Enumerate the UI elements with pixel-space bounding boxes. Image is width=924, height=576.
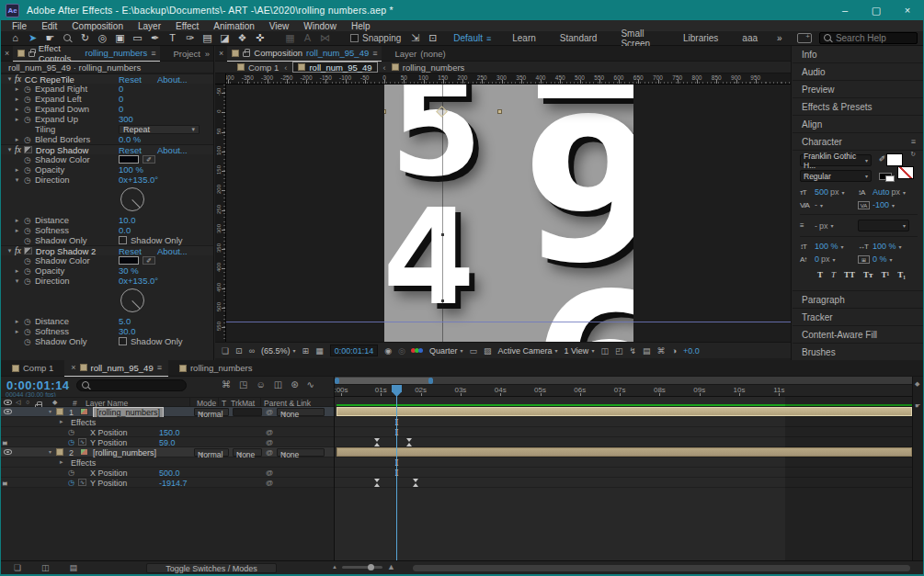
expand-transfer-controls-icon[interactable]: ◫ [41, 563, 50, 572]
parent-select[interactable]: None▾ [277, 448, 325, 457]
chevron-right-icon[interactable]: ▸ [13, 217, 21, 224]
chevron-right-icon[interactable]: ▸ [13, 318, 21, 325]
menu-view[interactable]: View [262, 21, 297, 31]
property-value[interactable]: 30 % [119, 265, 139, 276]
parent-pickwhip-icon[interactable]: @ [266, 448, 273, 457]
property-value[interactable]: 59.0 [159, 438, 176, 447]
graph-editor-icon[interactable]: ∿ [307, 379, 314, 390]
track-area[interactable]: IIII [335, 397, 912, 560]
stroke-color-swatch[interactable] [897, 166, 914, 179]
composition-viewport[interactable]: 69245 [226, 85, 791, 342]
stopwatch-icon[interactable]: ◷ [23, 135, 32, 144]
eraser-tool[interactable]: ◪ [216, 31, 234, 45]
close-button[interactable]: × [892, 0, 923, 20]
property-label[interactable]: X Position [90, 428, 128, 437]
brush-tool[interactable]: ✑ [181, 31, 199, 45]
effect-prop-expand-down[interactable]: ▸◷Expand Down0 [1, 104, 213, 114]
safe-margins-icon[interactable]: ▦ [315, 346, 324, 356]
effect-header-drop-shadow-2[interactable]: ▾fxDrop Shadow 2ResetAbout... [1, 245, 213, 255]
chevron-right-icon[interactable]: ▸ [13, 106, 21, 113]
primary-monitor-icon[interactable]: ⊡ [235, 346, 243, 356]
mode-select[interactable]: Normal▾ [194, 448, 229, 457]
stopwatch-icon[interactable]: ◷ [23, 337, 32, 346]
menu-file[interactable]: File [5, 21, 34, 31]
property-value[interactable]: 300 [119, 114, 133, 124]
effect-prop-softness[interactable]: ▸◷Softness0.0 [1, 225, 213, 235]
twirl-icon[interactable]: ▾ [49, 448, 51, 455]
effect-prop-shadow-only[interactable]: ▸◷Shadow OnlyShadow Only [1, 336, 213, 346]
grid-guides-icon[interactable]: ⊞ [302, 346, 310, 356]
effect-prop-distance[interactable]: ▸◷Distance5.0 [1, 316, 213, 326]
property-label[interactable]: X Position [90, 469, 128, 478]
chevron-down-icon[interactable]: ▾ [6, 75, 14, 83]
effect-prop-direction[interactable]: ▾◷Direction0x+135.0° [1, 276, 213, 286]
workspace-default[interactable]: Default [441, 33, 486, 43]
time-ruler[interactable]: :00s01s02s03s04s05s06s07s08s09s10s11s [335, 385, 912, 397]
snapping-scale-icon[interactable]: ⇲ [406, 31, 424, 45]
font-size-value[interactable]: 500px▾ [815, 187, 858, 197]
property-row-x-position[interactable]: ◷X Position150.0@ [1, 427, 334, 437]
pan-behind-tool[interactable]: ▣ [111, 31, 129, 45]
effect-header-drop-shadow[interactable]: ▾fxDrop ShadowResetAbout... [1, 144, 213, 154]
chevron-right-icon[interactable]: ▸ [13, 166, 21, 174]
manage-workspaces-icon[interactable] [797, 33, 812, 43]
horizontal-ruler[interactable]: -400-350-300-250-200-150-100-50050100150… [226, 73, 791, 85]
parent-pickwhip-icon[interactable]: @ [266, 408, 273, 416]
effect-prop-expand-left[interactable]: ▸◷Expand Left0 [1, 94, 213, 104]
angle-dial[interactable] [1, 185, 213, 215]
small-caps-button[interactable]: Tᴛ [863, 270, 873, 279]
layer-name[interactable]: [rolling_numbers] [93, 448, 156, 457]
effect-prop-shadow-only[interactable]: ▸◷Shadow OnlyShadow Only [1, 235, 213, 245]
property-pickwhip-icon[interactable]: @ [266, 428, 273, 436]
keyframe-icon[interactable] [374, 479, 381, 487]
eye-icon[interactable] [4, 449, 12, 455]
camera-select[interactable]: Active Camera▾ [497, 346, 557, 356]
eye-icon[interactable] [4, 409, 12, 414]
chevron-right-icon[interactable]: ▸ [60, 458, 63, 466]
reset-link[interactable]: Reset [119, 74, 142, 85]
exposure-value[interactable]: +0.0 [683, 346, 700, 356]
menu-animation[interactable]: Animation [206, 21, 261, 31]
motion-blur-icon[interactable]: ⊛ [291, 379, 298, 390]
all-caps-button[interactable]: TT [844, 270, 855, 279]
twirl-icon[interactable]: ▾ [49, 408, 51, 414]
view-layout-select[interactable]: 1 View▾ [565, 346, 595, 356]
zoom-in-icon[interactable]: ▲ [387, 562, 395, 571]
keyframe-icon[interactable] [374, 438, 381, 446]
panel-header-preview[interactable]: Preview [793, 81, 923, 98]
draft-3d-icon[interactable]: ◳ [239, 379, 247, 390]
property-pickwhip-icon[interactable]: @ [266, 438, 273, 446]
lock-icon[interactable] [29, 51, 35, 57]
tsume-value[interactable]: 0 %▾ [873, 254, 916, 264]
playhead-line[interactable] [396, 385, 397, 560]
property-pickwhip-icon[interactable]: @ [266, 469, 273, 477]
fill-color-swatch[interactable] [886, 153, 903, 166]
panel-menu-icon[interactable]: ≡ [911, 137, 916, 146]
pan-hand-icon[interactable]: ☛ [915, 402, 920, 410]
timeline-tab-roll-num-95-49[interactable]: ×roll_num_95_49≡ [64, 360, 168, 377]
chevron-down-icon[interactable]: ▾ [13, 277, 21, 285]
search-help-input[interactable]: Search Help [819, 32, 918, 44]
tab-layer[interactable]: Layer (none) [382, 49, 458, 59]
current-time-display[interactable]: 0:00:01:14 [6, 378, 70, 392]
checkbox[interactable] [119, 337, 127, 345]
timeline-right-scrollbar[interactable]: ◆☛ [912, 377, 923, 560]
about-link[interactable]: About... [157, 74, 188, 85]
minimize-button[interactable]: – [829, 0, 861, 20]
next-keyframe-icon[interactable]: ▶ [3, 439, 7, 446]
eyedropper-icon[interactable]: ✐ [143, 256, 155, 265]
effect-prop-shadow-color[interactable]: ▸◷Shadow Color✐ [1, 154, 213, 164]
menu-edit[interactable]: Edit [34, 21, 64, 31]
keyframe-icon[interactable] [406, 438, 413, 446]
menu-window[interactable]: Window [296, 21, 344, 31]
close-icon[interactable]: × [219, 49, 223, 58]
tab-composition[interactable]: Composition roll_num_95_49 ≡ [227, 46, 382, 62]
effect-prop-distance[interactable]: ▸◷Distance10.0 [1, 215, 213, 225]
stopwatch-icon[interactable]: ◷ [23, 165, 32, 175]
workspace-libraries[interactable]: Libraries [671, 33, 730, 43]
hide-shy-layers-icon[interactable]: ☺ [256, 379, 265, 390]
property-label[interactable]: Y Position [90, 438, 127, 447]
selection-handle[interactable] [384, 109, 386, 114]
stopwatch-icon[interactable]: ◷ [23, 175, 32, 185]
chevron-right-icon[interactable]: ▸ [60, 418, 63, 425]
